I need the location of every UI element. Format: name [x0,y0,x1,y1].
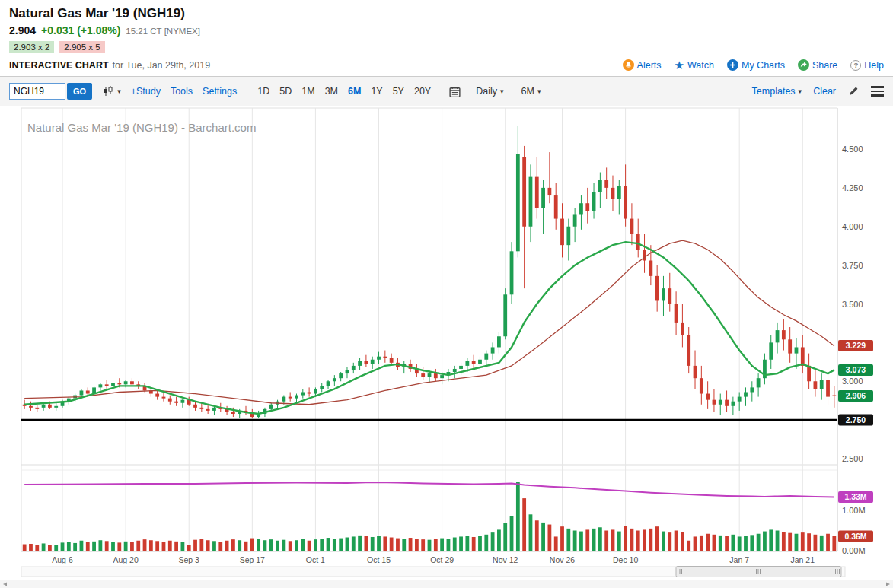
candle-body [598,180,602,192]
candle-body [352,366,356,370]
volume-bar [98,540,102,551]
my-charts-link[interactable]: My Charts [727,59,785,71]
volume-badge-text: 0.36M [844,532,866,541]
help-link[interactable]: ? Help [850,60,884,71]
volume-bar [358,536,362,551]
chart-area[interactable]: Aug 6Aug 20Sep 3Sep 17Oct 1Oct 15Oct 29N… [0,106,893,588]
volume-bar [731,535,735,551]
calendar-button[interactable] [448,85,461,98]
candle-body [491,347,495,353]
tools-link[interactable]: Tools [171,86,193,97]
settings-link[interactable]: Settings [203,86,237,97]
alerts-link[interactable]: Alerts [623,59,662,71]
symbol-input[interactable] [9,83,65,100]
page-scrollbar[interactable] [0,580,893,588]
volume-bar [700,536,703,551]
plus-circle-icon [727,59,738,71]
candle-body [604,180,608,188]
range-5y[interactable]: 5Y [393,86,404,97]
volume-bar [174,542,178,551]
volume-bar [48,545,52,551]
x-axis-label: Oct 15 [367,555,391,564]
interactive-chart-label: INTERACTIVE CHART [9,60,109,71]
chart-svg[interactable]: Aug 6Aug 20Sep 3Sep 17Oct 1Oct 15Oct 29N… [0,106,893,588]
menu-button[interactable] [871,86,884,96]
frequency-value: Daily [476,86,497,97]
candle-body [390,358,394,363]
volume-bar [352,536,356,551]
volume-bar [719,536,722,551]
volume-bar [193,540,197,551]
volume-bar [497,529,501,551]
volume-bar [478,536,482,551]
y-axis-label: 4.000 [842,222,863,231]
volume-bar [624,526,627,551]
price-change: +0.031 (+1.08%) [41,24,120,37]
volume-bar [409,538,413,551]
price-badge-text: 3.073 [846,365,866,374]
volume-bar [92,542,96,551]
candle-body [434,373,438,378]
range-1y[interactable]: 1Y [371,86,382,97]
candle-body [54,406,58,408]
volume-bar [832,536,836,551]
templates-dropdown[interactable]: Templates ▾ [752,86,802,97]
volume-bar [554,536,558,551]
x-axis-label: Jan 7 [729,555,749,564]
range-1d[interactable]: 1D [257,86,269,97]
hamburger-icon [871,91,884,92]
range-20y[interactable]: 20Y [414,86,431,97]
period-dropdown[interactable]: 6M ▾ [521,86,541,97]
volume-bar [238,540,241,551]
volume-bar [383,536,387,551]
range-3m[interactable]: 3M [325,86,338,97]
chart-toolbar: GO ▾ +Study Tools Settings 1D 5D 1M 3M 6… [0,77,893,106]
candle-body [371,360,375,364]
candle-body [289,397,292,399]
go-button[interactable]: GO [67,83,92,100]
candle-body [738,397,742,402]
candle-body [655,276,659,301]
volume-bar [390,538,394,551]
volume-bar [472,537,476,551]
candle-body [111,383,115,386]
quote-time: 15:21 CT [NYMEX] [126,27,200,36]
candle-body [541,188,545,208]
candle-body [472,361,476,364]
add-study-link[interactable]: +Study [131,86,161,97]
candle-body [29,406,33,408]
volume-bar [42,543,46,551]
interactive-chart-row: INTERACTIVE CHART for Tue, Jan 29th, 201… [9,59,884,76]
volume-bar [231,539,235,551]
range-5d[interactable]: 5D [279,86,292,97]
candle-body [560,219,564,246]
volume-bar [377,536,381,551]
volume-bar [117,542,121,551]
volume-bar [73,543,77,551]
volume-bar [687,541,690,551]
candle-body [282,397,285,402]
volume-bar [655,526,659,551]
volume-bar [421,539,425,551]
price-badge-text: 3.229 [846,341,866,350]
watch-link[interactable]: ★ Watch [675,59,714,71]
candle-body [814,381,818,389]
range-6m[interactable]: 6M [348,86,361,97]
clear-link[interactable]: Clear [813,86,836,97]
candle-body [383,357,387,358]
chart-type-dropdown[interactable]: ▾ [102,85,121,97]
volume-bar [611,529,615,551]
range-1m[interactable]: 1M [301,86,314,97]
volume-bar [257,539,260,551]
frequency-dropdown[interactable]: Daily ▾ [476,86,503,97]
share-link[interactable]: Share [798,59,837,71]
draw-button[interactable] [847,85,860,97]
volume-bar [617,532,621,551]
y-axis-label: 3.500 [842,300,863,309]
volume-bar [566,529,570,551]
share-label: Share [812,60,837,71]
price-badge-text: 2.906 [846,391,866,400]
candle-body [484,354,488,360]
candle-body [459,366,463,369]
volume-bar [465,536,469,551]
